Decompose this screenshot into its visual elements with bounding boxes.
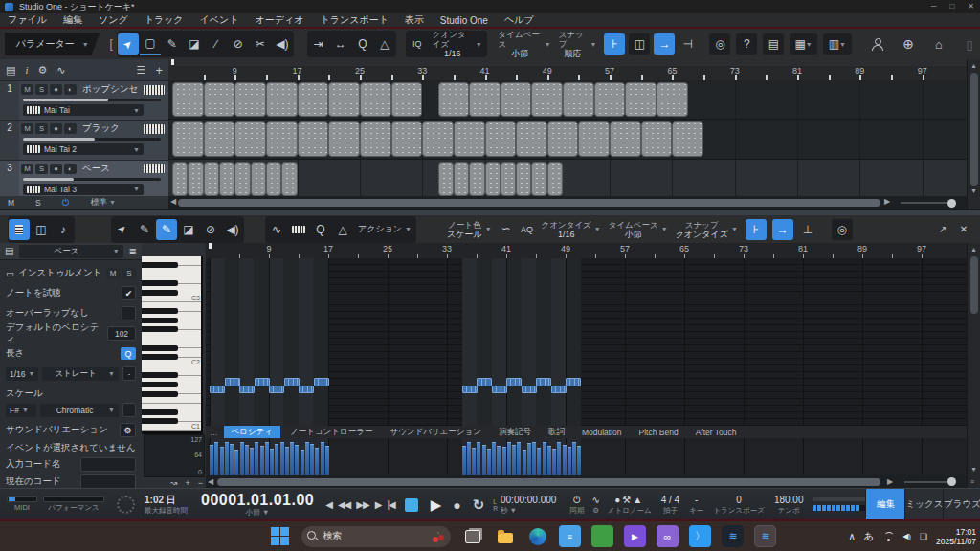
home-icon[interactable]: ⌂: [928, 33, 949, 55]
snap-dropdown[interactable]: スナップ順応 ▼: [555, 32, 601, 56]
key-block[interactable]: - キー: [689, 495, 703, 516]
menu-item-トランスポート[interactable]: トランスポート: [320, 13, 388, 27]
velocity-bar[interactable]: [532, 442, 536, 475]
velocity-bar[interactable]: [240, 442, 244, 475]
snap-toggle-button[interactable]: ⊦: [604, 33, 625, 55]
track-lane-3[interactable]: [168, 160, 967, 199]
grid-view-button[interactable]: ▦ ▼: [790, 33, 816, 55]
velocity-bar[interactable]: [310, 444, 314, 475]
monitor-button[interactable]: ◐: [64, 123, 77, 134]
midi-clip[interactable]: [234, 162, 250, 196]
scroll-right-icon[interactable]: ▶: [887, 477, 893, 486]
solo-button[interactable]: S: [35, 84, 48, 95]
velocity-bar[interactable]: [234, 450, 238, 475]
paint-tool-button[interactable]: ✎: [134, 219, 155, 240]
scroll-down-icon[interactable]: ▼: [970, 466, 977, 473]
mixer-view-button[interactable]: ▥ ▼: [823, 33, 852, 55]
zoom-knob[interactable]: [947, 477, 956, 486]
midi-note[interactable]: [225, 378, 240, 386]
midi-clip[interactable]: [328, 82, 360, 117]
global-mute-button[interactable]: M: [8, 198, 14, 208]
velocity-bar[interactable]: [245, 445, 249, 475]
aq-toggle[interactable]: AQ: [517, 219, 538, 240]
velocity-bar[interactable]: [285, 447, 289, 475]
midi-note[interactable]: [462, 386, 478, 394]
velocity-bar[interactable]: [507, 442, 511, 475]
midi-note[interactable]: [284, 378, 300, 386]
target-icon[interactable]: ◎: [832, 219, 853, 240]
midi-note[interactable]: [477, 378, 492, 386]
velocity-bar[interactable]: [220, 447, 224, 475]
line-tool-button[interactable]: ∕: [206, 33, 227, 55]
midi-clip[interactable]: [454, 162, 469, 196]
task-view-button[interactable]: [461, 525, 483, 547]
menu-item-トラック[interactable]: トラック: [145, 13, 184, 27]
velocity-bar[interactable]: [497, 446, 501, 475]
scrollbar-thumb[interactable]: [178, 199, 880, 207]
velocity-bar[interactable]: [517, 442, 521, 475]
monitor-button[interactable]: ◐: [64, 164, 77, 174]
loop-button[interactable]: ↻: [473, 496, 485, 514]
velocity-bar[interactable]: [477, 442, 480, 475]
minimize-button[interactable]: ─: [931, 0, 937, 13]
midi-clip[interactable]: [501, 82, 532, 117]
search-highlight-image[interactable]: [432, 530, 445, 543]
velocity-bar[interactable]: [537, 448, 541, 475]
velocity-bar[interactable]: [255, 442, 258, 475]
track-list-menu-icon[interactable]: ▤: [6, 64, 15, 77]
length-quantize-button[interactable]: Q: [121, 347, 136, 360]
feel-toggle[interactable]: ·: [122, 366, 136, 381]
tab-Modulation[interactable]: Modulation: [574, 426, 630, 438]
midi-clip[interactable]: [454, 121, 485, 156]
keyboard-icon[interactable]: [288, 219, 309, 240]
midi-clip[interactable]: [391, 121, 423, 156]
tray-expand-icon[interactable]: ∧: [849, 531, 856, 541]
automation-icon[interactable]: ∿: [56, 64, 65, 77]
clock-block[interactable]: 17:01 2025/11/07: [936, 527, 976, 546]
midi-clip[interactable]: [547, 162, 563, 196]
scrollbar-thumb[interactable]: [970, 73, 978, 186]
velocity-bar[interactable]: [568, 447, 571, 475]
midi-clip[interactable]: [204, 121, 235, 156]
black-key[interactable]: [142, 308, 178, 314]
note-grid[interactable]: [206, 258, 967, 426]
piano-roll-ruler[interactable]: 91725334149576573818997: [206, 243, 967, 259]
midi-note[interactable]: [566, 378, 581, 386]
midi-clip[interactable]: [328, 121, 360, 156]
autoscroll-toggle-button[interactable]: →: [772, 219, 793, 240]
velocity-bar[interactable]: [552, 449, 556, 475]
volume-slider[interactable]: [23, 99, 161, 101]
midi-clip[interactable]: [547, 121, 579, 156]
mute-button[interactable]: M: [21, 164, 33, 174]
monitor-button[interactable]: ◐: [64, 84, 77, 95]
note-color-dropdown[interactable]: ノート色スケール ▼: [443, 217, 496, 242]
target-icon[interactable]: ◎: [709, 33, 730, 55]
nudge-back-button[interactable]: ◀: [325, 499, 332, 510]
instrument-editor-icon[interactable]: [144, 124, 165, 134]
volume-icon[interactable]: ◀): [902, 532, 911, 540]
inspector-toggle-icon[interactable]: i: [25, 64, 28, 76]
midi-note[interactable]: [522, 386, 537, 394]
tab-歌詞[interactable]: 歌詞: [541, 426, 572, 438]
velocity-bar[interactable]: [577, 446, 581, 475]
score-view-button[interactable]: ♪: [53, 219, 74, 240]
snap-dropdown[interactable]: スナップクオンタイズ ▼: [672, 217, 742, 242]
track-height-button[interactable]: ⊣: [677, 33, 698, 55]
tray-app-icon[interactable]: ❏: [920, 532, 927, 541]
green-app-icon[interactable]: [591, 525, 613, 547]
time-display-block[interactable]: 00001.01.01.00 小節 ▼: [201, 493, 314, 518]
velocity-bar[interactable]: [210, 445, 213, 475]
mix-view-button[interactable]: ミックス: [904, 489, 944, 520]
arrow-tool-button[interactable]: ➤: [118, 33, 139, 55]
midi-clip[interactable]: [266, 82, 298, 117]
midi-clip[interactable]: [172, 162, 188, 196]
snap-toggle-button[interactable]: ⊦: [746, 219, 767, 240]
metronome-block[interactable]: ●⚒▲ メトロノーム: [608, 495, 652, 516]
wifi-icon[interactable]: [882, 532, 894, 541]
track-lane-2[interactable]: [168, 120, 967, 159]
time-display[interactable]: 00001.01.01.00: [201, 493, 314, 507]
video-icon[interactable]: ▤: [763, 33, 784, 55]
velocity-bar[interactable]: [557, 442, 561, 475]
track-header-2[interactable]: 2MS●◐ブラックMai Tai 2▼: [0, 121, 168, 160]
midi-clip[interactable]: [657, 82, 688, 117]
